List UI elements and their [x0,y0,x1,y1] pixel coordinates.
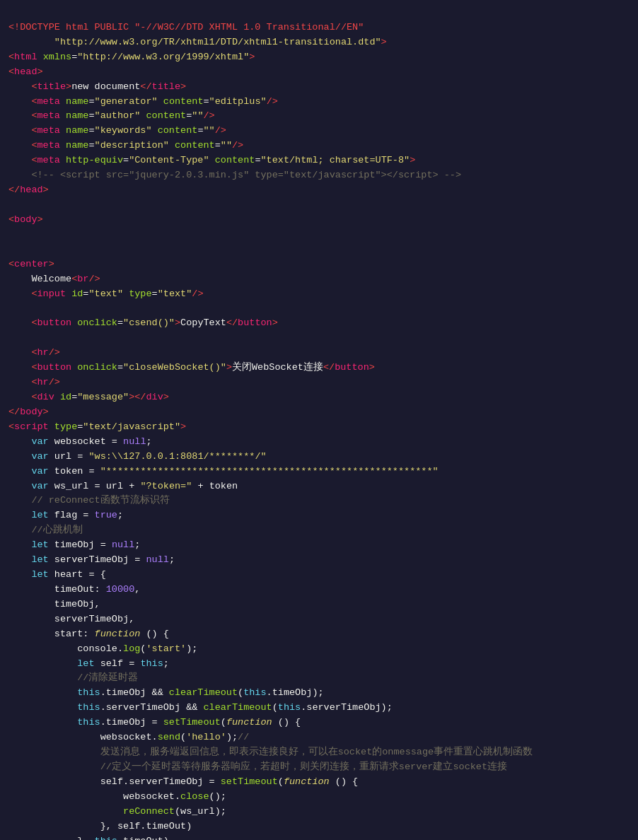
line-meta1: <meta name="generator" content="editplus… [8,96,278,107]
line-cleartimeout2: this.serverTimeObj && clearTimeout(this.… [8,702,393,713]
line-hr1: <hr/> [8,347,60,358]
line-let-self: let self = this; [8,658,169,669]
line-var-websocket: var websocket = null; [8,436,152,447]
line-title: <title>new document</title> [8,81,186,92]
line-let-servertimeobj: let serverTimeObj = null; [8,554,175,565]
line-timeout: timeOut: 10000, [8,584,140,595]
line-ws-send: websocket.send('hello');// [8,732,249,742]
line-comment1: <!-- <script src="jquery-2.0.3.min.js" t… [8,170,461,180]
line-button2: <button onclick="closeWebSocket()">关闭Web… [8,362,375,373]
line-doctype: <!DOCTYPE html PUBLIC "-//W3C//DTD XHTML… [8,22,364,33]
line-reconnect: reConnect(ws_url); [8,806,226,817]
line-comment5: 发送消息，服务端返回信息，即表示连接良好，可以在socket的onmessage… [8,747,533,757]
line-settimeout1: this.timeObj = setTimeout(function () { [8,717,301,728]
line-script-open: <script type="text/javascript"> [8,421,186,432]
line-start-prop: start: function () { [8,629,169,639]
line-meta5: <meta http-equiv="Content-Type" content=… [8,155,415,165]
line-meta3: <meta name="keywords" content=""/> [8,125,226,136]
line-meta2: <meta name="author" content=""/> [8,110,215,121]
line-welcome: Welcome<br/> [8,274,100,284]
line-body-open: <body> [8,214,43,225]
line-blank4 [8,303,14,313]
line-console-log: console.log('start'); [8,643,197,654]
line-blank5 [8,332,14,343]
line-meta4: <meta name="description" content=""/> [8,140,243,151]
line-blank2 [8,229,14,240]
line-let-timeobj: let timeObj = null; [8,539,140,550]
line-comment6: //定义一个延时器等待服务器响应，若超时，则关闭连接，重新请求server建立s… [8,762,507,772]
line-var-url: var url = "ws:\\127.0.0.1:8081/********/… [8,451,267,462]
line-inner-close: }, self.timeOut) [8,821,192,832]
line-cleartimeout1: this.timeObj && clearTimeout(this.timeOb… [8,687,324,698]
line-body-close: </body> [8,407,49,417]
line-timeobj-prop: timeObj, [8,599,100,609]
line-ws-close: websocket.close(); [8,791,226,802]
line-var-wsurl: var ws_url = url + "?token=" + token [8,481,238,491]
line-let-heart: let heart = { [8,569,106,580]
line-doctype2: "http://www.w3.org/TR/xhtml1/DTD/xhtml1-… [8,37,387,47]
line-html-open: <html xmlns="http://www.w3.org/1999/xhtm… [8,52,255,62]
line-comment4: //清除延时器 [8,672,138,683]
line-outer-close: }, this.timeOut) [8,836,169,840]
line-blank1 [8,199,14,210]
line-center-open: <center> [8,259,54,269]
line-let-flag: let flag = true; [8,510,123,520]
line-blank3 [8,244,14,255]
line-head-close: </head> [8,185,49,195]
line-hr2: <hr/> [8,377,60,387]
line-settimeout2: self.serverTimeObj = setTimeout(function… [8,776,358,787]
code-editor: <!DOCTYPE html PUBLIC "-//W3C//DTD XHTML… [8,6,630,840]
line-comment2: // reConnect函数节流标识符 [8,495,170,506]
line-var-token: var token = "***************************… [8,466,439,477]
line-comment3: //心跳机制 [8,525,83,535]
line-button1: <button onclick="csend()">CopyText</butt… [8,317,278,328]
line-servertimeobj-prop: serverTimeObj, [8,614,134,624]
line-head-open: <head> [8,66,43,77]
line-div: <div id="message"></div> [8,392,169,402]
line-input: <input id="text" type="text"/> [8,288,204,299]
